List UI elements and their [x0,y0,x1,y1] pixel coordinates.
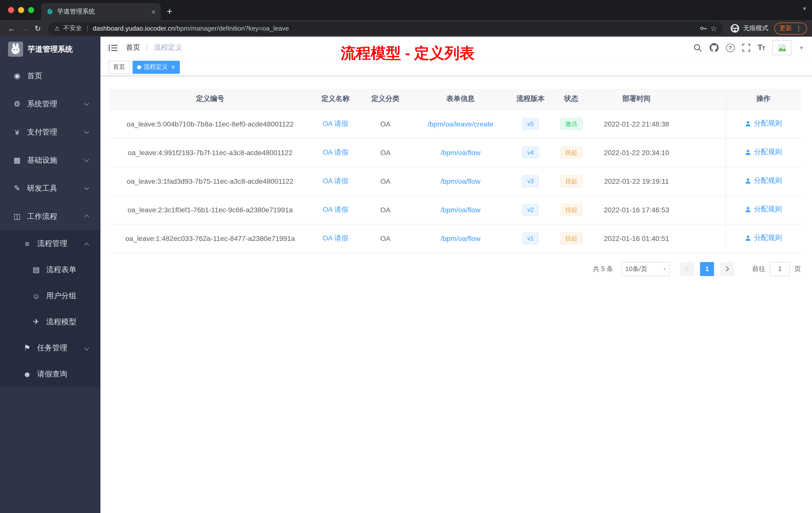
page-number-button[interactable]: 1 [700,262,714,276]
tag-首页[interactable]: 首页 [109,60,129,73]
cell-definition-name[interactable]: OA 请假 [311,224,360,252]
assign-rule-button[interactable]: 分配规则 [745,148,782,157]
cell-action[interactable]: 分配规则 [726,110,801,138]
browser-update-menu[interactable]: 更新 ⋮ [774,22,807,34]
next-page-button[interactable] [720,262,734,276]
prev-page-button[interactable] [680,262,694,276]
tab-close-icon[interactable]: × [151,8,156,15]
table-row: oa_leave:4:991f2193-7b7f-11ec-a3c8-acde4… [110,138,801,167]
sidebar-item-home[interactable]: ◉首页 [0,62,100,90]
annotation-overlay: 流程模型 - 定义列表 [341,43,474,64]
assign-rule-button[interactable]: 分配规则 [745,119,782,128]
definition-name-link[interactable]: OA 请假 [323,205,348,213]
cell-definition-name[interactable]: OA 请假 [311,195,360,224]
cell-definition-id: oa_leave:2:3c1f0ef1-76b1-11ec-9c66-a2380… [110,195,311,224]
cell-form-info[interactable]: /bpm/oa/flow [411,138,510,167]
definition-name-link[interactable]: OA 请假 [323,119,348,127]
tag-close-icon[interactable]: × [171,64,175,70]
chevron-left-icon [685,266,690,271]
sidebar-item-process-mgmt[interactable]: ≡流程管理 [0,231,100,256]
maximize-window-button[interactable] [28,7,34,13]
kebab-menu-icon[interactable]: ⋮ [795,25,802,32]
definition-name-link[interactable]: OA 请假 [323,234,348,242]
sidebar-item-dev-tools[interactable]: ✎研发工具 [0,174,100,202]
form-info-link[interactable]: /bpm/oa/leave/create [428,120,493,128]
sidebar-item-user-group[interactable]: ☺用户分组 [0,282,100,309]
chevron-down-icon [84,185,89,190]
cell-action[interactable]: 分配规则 [726,167,801,195]
sidebar-item-label: 基础设施 [27,155,57,165]
assign-rule-button[interactable]: 分配规则 [745,176,782,185]
select-caret-icon: ▾ [663,266,666,272]
sidebar-item-process-model[interactable]: ✈流程模型 [0,309,100,335]
back-icon[interactable]: ← [5,24,18,33]
minimize-window-button[interactable] [18,7,24,13]
form-info-link[interactable]: /bpm/oa/flow [441,234,481,242]
chevron-up-icon [84,243,89,248]
sidebar-item-label: 任务管理 [37,343,67,353]
column-header-1: 定义名称 [311,89,360,110]
sidebar-item-leave-query[interactable]: ☻请假查询 [0,361,100,387]
cell-definition-name[interactable]: OA 请假 [311,138,360,167]
sidebar-item-payment-mgmt[interactable]: ¥支付管理 [0,118,100,146]
incognito-icon [730,24,740,33]
browser-tab[interactable]: 芋道管理系统 × [41,3,161,20]
password-key-icon[interactable] [699,25,707,32]
cell-category: OA [360,195,411,224]
sidebar-item-process-form[interactable]: ▤流程表单 [0,256,100,282]
security-warning-icon[interactable]: ⚠ [54,25,60,32]
hamburger-icon[interactable] [109,43,118,52]
browser-tabstrip: 芋道管理系统 × + ▾ [0,0,812,20]
search-icon[interactable] [693,43,702,52]
cell-status: 挂起 [551,138,591,167]
status-badge: 激活 [560,118,582,130]
tag-流程定义[interactable]: 流程定义× [133,60,179,73]
tab-search-chevron-icon[interactable]: ▾ [803,5,806,12]
incognito-badge: 无痕模式 [730,24,768,33]
sidebar-item-task-mgmt[interactable]: ⚑任务管理 [0,335,100,361]
form-info-link[interactable]: /bpm/oa/flow [441,148,481,156]
address-bar[interactable]: ⚠ 不安全 | dashboard.yudao.iocoder.cn/bpm/m… [48,22,723,35]
new-tab-button[interactable]: + [161,6,178,20]
github-icon[interactable] [709,43,718,52]
sidebar-item-infrastructure[interactable]: ▦基础设施 [0,146,100,174]
help-icon[interactable]: ? [726,43,734,52]
fullscreen-icon[interactable] [742,44,750,52]
definition-name-link[interactable]: OA 请假 [323,148,348,156]
cell-action[interactable]: 分配规则 [726,195,801,224]
form-info-link[interactable]: /bpm/oa/flow [441,177,481,185]
cell-form-info[interactable]: /bpm/oa/flow [411,195,510,224]
assign-rule-button[interactable]: 分配规则 [745,234,782,243]
update-label[interactable]: 更新 [779,24,792,33]
form-info-link[interactable]: /bpm/oa/flow [441,206,481,214]
font-size-icon[interactable]: TT [757,43,765,52]
cell-definition-name[interactable]: OA 请假 [311,110,360,138]
sidebar-item-workflow[interactable]: ◫工作流程 [0,202,100,231]
person-icon [745,235,752,241]
goto-page-input[interactable]: 1 [770,262,790,276]
breadcrumb-home[interactable]: 首页 [126,43,140,51]
sidebar-item-system-mgmt[interactable]: ⚙系统管理 [0,90,100,118]
version-badge: v3 [522,175,539,187]
definition-name-link[interactable]: OA 请假 [323,176,348,184]
close-window-button[interactable] [8,7,14,13]
avatar-caret-icon[interactable]: ▼ [799,45,804,51]
sidebar-item-label: 工作流程 [27,212,57,221]
reload-icon[interactable]: ↻ [31,24,44,33]
security-label[interactable]: 不安全 [63,24,82,33]
assign-rule-button[interactable]: 分配规则 [745,205,782,214]
cell-action[interactable]: 分配规则 [726,224,801,252]
cell-form-info[interactable]: /bpm/oa/leave/create [411,110,510,138]
column-header-2: 定义分类 [360,89,411,110]
user-avatar[interactable] [772,40,791,55]
cell-action[interactable]: 分配规则 [726,138,801,167]
cell-definition-name[interactable]: OA 请假 [311,167,360,195]
table-row: oa_leave:1:482ec033-762a-11ec-8477-a2380… [110,224,801,252]
cell-form-info[interactable]: /bpm/oa/flow [411,224,510,252]
url-text[interactable]: dashboard.yudao.iocoder.cn/bpm/manager/d… [93,25,696,32]
header-filler [682,89,726,110]
sidebar-logo-row[interactable]: 芋道管理系统 [0,37,100,62]
bookmark-star-icon[interactable]: ☆ [710,24,717,33]
cell-form-info[interactable]: /bpm/oa/flow [411,167,510,195]
page-size-select[interactable]: 10条/页 ▾ [621,262,670,276]
